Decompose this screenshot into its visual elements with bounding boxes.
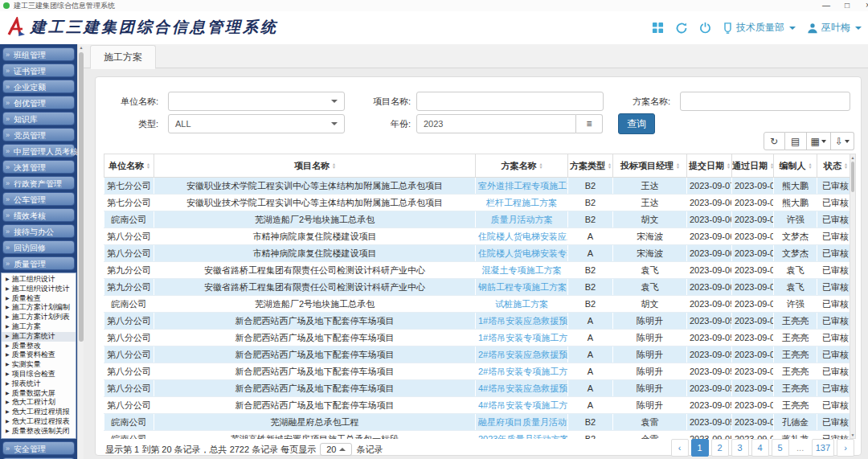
sidebar-subitem[interactable]: ▶报表统计	[2, 379, 76, 389]
column-header[interactable]: 方案名称▴▾	[476, 154, 568, 178]
table-scrollbar[interactable]: ▲ ▼	[850, 154, 856, 439]
page-button[interactable]: 4	[751, 439, 769, 457]
column-header[interactable]: 通过日期▴▾	[732, 154, 774, 178]
table-scroll-thumb[interactable]	[851, 162, 854, 192]
table-cell: 陈明升	[613, 397, 687, 414]
prev-page-button[interactable]: ‹	[671, 439, 689, 457]
sidebar-subitem[interactable]: ▶施工组织设计	[2, 275, 76, 285]
close-button[interactable]: ×	[863, 0, 868, 11]
sidebar-subitem[interactable]: ▶质量数据大屏	[2, 389, 76, 399]
tab-construction-plan[interactable]: 施工方案	[90, 45, 156, 69]
sidebar-subitem[interactable]: ▶施工方案计划列表	[2, 313, 76, 322]
sidebar-item[interactable]: »企业定额	[2, 80, 75, 93]
sidebar-item[interactable]: »决算管理	[2, 160, 75, 174]
table-cell: 2023-09-06	[687, 279, 732, 296]
sidebar-item[interactable]: »安全管理	[2, 441, 75, 455]
sidebar-item[interactable]: »质量管理	[2, 256, 75, 270]
department-menu[interactable]: 技术质量部	[723, 21, 796, 35]
sidebar-subitem[interactable]: ▶施工组织设计统计	[2, 285, 76, 294]
sidebar-item[interactable]: »中层管理人员考核	[2, 144, 75, 158]
plan-link[interactable]: 2#塔吊安装专项施工方案	[478, 367, 568, 376]
columns-button[interactable]: ▦	[807, 132, 831, 150]
sidebar-item[interactable]: »接待与办公	[2, 224, 75, 238]
sidebar-subitem[interactable]: ▶质量检查	[2, 294, 76, 304]
minimize-button[interactable]: —	[821, 0, 831, 11]
sidebar-subitem[interactable]: ▶危大工程过程填报	[2, 408, 76, 417]
table-cell: 已审核	[817, 178, 854, 195]
column-header[interactable]: 投标项目经理▴▾	[613, 154, 687, 178]
sidebar-item[interactable]: »创优管理	[2, 96, 75, 109]
sidebar-subitem[interactable]: ▶危大工程过程报表	[2, 417, 76, 427]
plan-link[interactable]: 2#塔吊安装应急救援预案	[478, 350, 568, 359]
sidebar-subitem[interactable]: ▶危大工程计划	[2, 398, 76, 408]
table-cell: 文梦杰	[774, 228, 817, 245]
user-menu[interactable]: 巫叶梅	[807, 21, 862, 35]
plan-link[interactable]: 混凝土专项施工方案	[482, 265, 562, 275]
plan-link[interactable]: 栏杆工程施工方案	[486, 198, 557, 207]
scroll-up-icon[interactable]: ▲	[850, 155, 855, 160]
plan-link[interactable]: 4#塔吊安装专项施工方案	[478, 400, 568, 410]
sidebar-subitem[interactable]: ▶施工方案计划编制	[2, 303, 76, 313]
maximize-button[interactable]: □	[842, 0, 852, 11]
apps-grid-icon[interactable]	[652, 22, 664, 34]
search-button[interactable]: 查询	[618, 113, 655, 134]
plan-link[interactable]: 试桩施工方案	[495, 299, 548, 309]
sidebar-subitem[interactable]: ▶施工方案统计	[2, 332, 76, 342]
plan-link[interactable]: 住院楼人货电梯安装专项施工方案	[478, 248, 568, 258]
table-cell: 蒋礼龙	[774, 431, 817, 440]
sidebar-item[interactable]: »行政资产管理	[2, 176, 75, 190]
year-picker-button[interactable]: ≡	[576, 114, 603, 133]
plan-link[interactable]: 融星府项目质量月活动方案	[478, 417, 568, 427]
sidebar-subitem[interactable]: ▶实测实量	[2, 360, 76, 370]
column-header[interactable]: 提交日期▴▾	[687, 154, 732, 178]
plan-link[interactable]: 1#塔吊安装专项施工方案	[478, 333, 568, 342]
plan-link[interactable]: 室外道排工程专项施工方案	[478, 181, 568, 191]
refresh-icon[interactable]	[675, 22, 688, 35]
sidebar-subitem[interactable]: ▶施工方案	[2, 322, 76, 332]
refresh-table-button[interactable]: ↻	[764, 132, 785, 150]
sidebar-item[interactable]: »绩效考核	[2, 208, 75, 222]
plan-name-input[interactable]	[680, 92, 850, 111]
unit-name-select[interactable]	[168, 92, 345, 111]
plan-link[interactable]: 2023年质量月活动方案	[478, 434, 568, 440]
column-header[interactable]: 编制人▴▾	[774, 154, 817, 178]
sidebar-item[interactable]: »回访回修	[2, 240, 75, 254]
table-cell: 2023-09-07	[732, 195, 774, 211]
type-select[interactable]: ALL	[168, 114, 345, 133]
sidebar-subitem[interactable]: ▶质量整改	[2, 342, 76, 351]
table-cell: 2023-09-05	[687, 380, 732, 397]
project-name-input[interactable]	[416, 92, 604, 111]
sidebar-subitem[interactable]: ▶质量整改强制关闭	[2, 427, 76, 436]
plan-link[interactable]: 1#塔吊安装应急救援预案	[478, 316, 568, 326]
plan-link[interactable]: 钢筋工程专项施工方案	[478, 282, 567, 292]
page-size-select[interactable]: 20	[320, 443, 352, 456]
page-button[interactable]: 5	[772, 439, 789, 457]
plan-link[interactable]: 质量月活动方案	[491, 215, 553, 224]
toggle-view-button[interactable]: ▤	[785, 132, 807, 150]
scroll-down-icon[interactable]: ▼	[850, 432, 855, 437]
page-button[interactable]: 3	[731, 439, 749, 457]
column-header[interactable]: 项目名称▴▾	[154, 154, 476, 178]
page-button[interactable]: 137	[812, 439, 834, 457]
export-button[interactable]: ⇩	[831, 132, 854, 150]
sidebar-item[interactable]: »班组管理	[2, 47, 75, 61]
page-button[interactable]: 2	[711, 439, 729, 457]
column-header[interactable]: 方案类型▴▾	[568, 154, 613, 178]
plan-link[interactable]: 4#塔吊安装应急救援预案	[478, 383, 568, 393]
sidebar-subitem-label: 危大工程过程填报	[12, 408, 70, 417]
column-header[interactable]: 单位名称▴▾	[104, 154, 154, 178]
sidebar-item[interactable]: »党员管理	[2, 128, 75, 141]
column-header[interactable]: 状态▴▾	[817, 154, 854, 178]
plan-link[interactable]: 住院楼人货电梯安装应急救援预案	[478, 232, 568, 241]
page-button[interactable]: 1	[691, 439, 709, 457]
sidebar-item[interactable]: »公车管理	[2, 192, 75, 206]
sidebar-subitem[interactable]: ▶项目综合检查	[2, 370, 76, 379]
sidebar-subitem[interactable]: ▶质量资料检查	[2, 350, 76, 360]
next-page-button[interactable]: ›	[837, 439, 854, 457]
sidebar-item[interactable]: »证书管理	[2, 64, 75, 77]
power-icon[interactable]	[699, 22, 711, 34]
year-input[interactable]	[416, 114, 576, 133]
table-cell: 已审核	[817, 330, 854, 346]
sidebar-item[interactable]: »知识库	[2, 112, 75, 125]
sidebar-scrollbar[interactable]: ▲	[77, 44, 84, 459]
